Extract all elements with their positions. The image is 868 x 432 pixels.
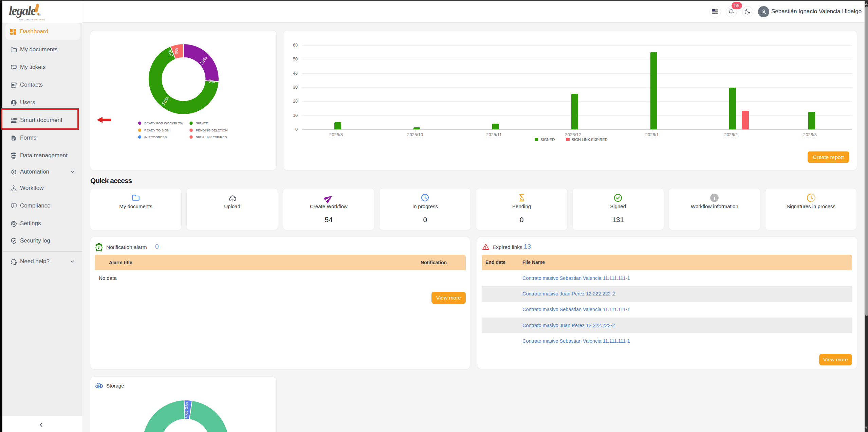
svg-text:0.05 GBs: 0.05 GBs [184, 402, 189, 418]
svg-text:SIGN LINK EXPIRED: SIGN LINK EXPIRED [196, 135, 227, 139]
svg-text:READY FOR WORKFLOW: READY FOR WORKFLOW [144, 121, 183, 125]
svg-text:0%: 0% [208, 78, 216, 84]
svg-text:READY TO SIGN: READY TO SIGN [144, 128, 169, 132]
svg-text:6%: 6% [174, 48, 180, 54]
svg-text:IN PROGRESS: IN PROGRESS [144, 135, 167, 139]
svg-text:PENDING DELETION: PENDING DELETION [196, 128, 228, 132]
svg-text:i: i [714, 195, 716, 201]
svg-text:SIGNED: SIGNED [196, 121, 208, 125]
